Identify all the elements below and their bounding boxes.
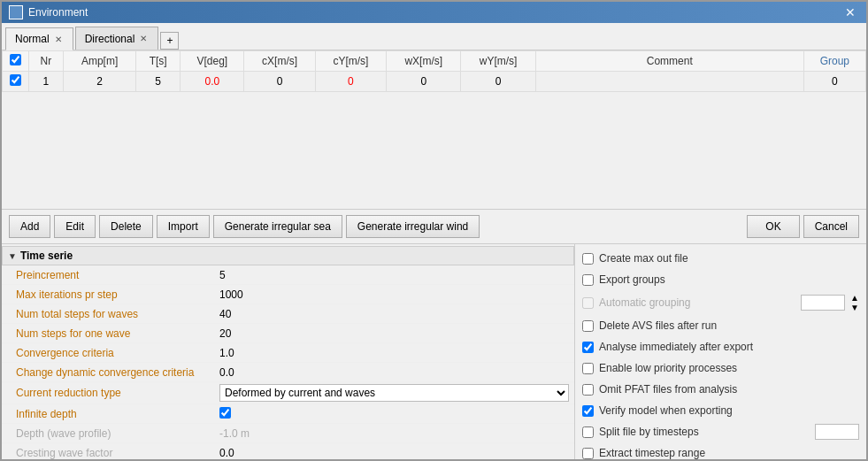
window-title: Environment [28,6,88,19]
export-groups-checkbox[interactable] [582,274,594,286]
tab-normal[interactable]: Normal ✕ [5,27,73,50]
grouping-spinner-up[interactable]: ▲▼ [850,293,859,312]
automatic-grouping-input[interactable]: 6 [801,295,845,311]
delete-button[interactable]: Delete [99,215,153,238]
collapse-icon: ▼ [8,251,17,261]
delete-avs-label: Delete AVS files after run [599,319,859,332]
enable-low-row: Enable low priority processes [579,357,863,379]
edit-button[interactable]: Edit [54,215,96,238]
export-groups-row: Export groups [579,269,863,290]
import-button[interactable]: Import [157,215,210,238]
tab-add-button[interactable]: + [160,32,179,50]
current-reduction-value: Deformed by current and waves [214,382,574,403]
col-v: V[deg] [181,51,244,72]
header-checkbox[interactable] [10,54,21,65]
main-content: Nr Amp[m] T[s] V[deg] cX[m/s] cY[m/s] wX… [2,50,866,459]
delete-avs-checkbox[interactable] [582,320,594,332]
max-iter-value: 1000 [214,287,574,303]
max-iter-label: Max iterations pr step [2,287,214,303]
num-steps-row: Num steps for one wave 20 [2,324,574,343]
verify-checkbox[interactable] [582,405,594,417]
extract-checkbox[interactable] [582,448,594,459]
preincrement-label: Preincrement [2,267,214,283]
split-input[interactable]: 100 [815,424,859,440]
add-button[interactable]: Add [9,215,50,238]
generate-sea-button[interactable]: Generate irregular sea [213,215,342,238]
col-cx: cX[m/s] [244,51,315,72]
preincrement-value: 5 [214,267,574,283]
automatic-grouping-checkbox[interactable] [582,297,594,309]
tab-directional-close[interactable]: ✕ [138,34,149,43]
automatic-grouping-row: Automatic grouping 6 ▲▼ [579,290,863,315]
preincrement-row: Preincrement 5 [2,265,574,285]
infinite-depth-checkbox[interactable] [219,407,231,419]
cancel-button[interactable]: Cancel [803,215,859,238]
convergence-row: Convergence criteria 1.0 [2,343,574,363]
infinite-depth-label: Infinite depth [2,406,214,422]
num-total-label: Num total steps for waves [2,306,214,322]
window-close-button[interactable]: ✕ [841,5,859,19]
extract-row: Extract timestep range [579,442,863,459]
omit-pfat-label: Omit PFAT files from analysis [599,383,859,396]
table-row: 1 2 5 0.0 0 0 0 0 0 [3,72,866,92]
analyse-row: Analyse immediately after export [579,336,863,357]
row-cy: 0 [315,72,386,92]
change-dynamic-row: Change dynamic convergence criteria 0.0 [2,363,574,382]
tab-normal-close[interactable]: ✕ [53,35,64,44]
convergence-label: Convergence criteria [2,345,214,361]
row-nr: 1 [29,72,64,92]
row-t: 5 [136,72,181,92]
split-row: Split file by timesteps 100 [579,421,863,442]
current-reduction-label: Current reduction type [2,385,214,401]
analyse-label: Analyse immediately after export [599,341,859,353]
num-steps-label: Num steps for one wave [2,326,214,342]
export-groups-label: Export groups [599,273,859,286]
verify-row: Verify model when exporting [579,400,863,421]
col-t: T[s] [136,51,181,72]
tab-directional-label: Directional [85,33,135,45]
row-checkbox[interactable] [10,74,21,86]
tabs-bar: Normal ✕ Directional ✕ + [2,23,866,50]
row-comment [535,72,803,92]
omit-pfat-row: Omit PFAT files from analysis [579,379,863,400]
current-reduction-select[interactable]: Deformed by current and waves [219,384,569,402]
cresting-label: Cresting wave factor [2,445,214,460]
app-icon [9,5,23,19]
buttons-bar: Add Edit Delete Import Generate irregula… [2,210,866,244]
convergence-value: 1.0 [214,345,574,361]
col-group: Group [803,51,865,72]
row-checkbox-cell [3,72,29,92]
data-table: Nr Amp[m] T[s] V[deg] cX[m/s] cY[m/s] wX… [2,50,866,92]
split-checkbox[interactable] [582,426,594,438]
omit-pfat-checkbox[interactable] [582,384,594,396]
depth-value: -1.0 m [214,426,574,442]
row-wy: 0 [461,72,535,92]
col-nr: Nr [29,51,64,72]
row-v: 0.0 [181,72,244,92]
create-max-checkbox[interactable] [582,253,594,265]
left-panel: ▼ Time serie Preincrement 5 Max iteratio… [2,244,575,459]
enable-low-checkbox[interactable] [582,363,594,374]
generate-wind-button[interactable]: Generate irregular wind [346,215,480,238]
depth-row: Depth (wave profile) -1.0 m [2,424,574,443]
analyse-checkbox[interactable] [582,342,594,353]
change-dynamic-label: Change dynamic convergence criteria [2,365,214,380]
current-reduction-row: Current reduction type Deformed by curre… [2,382,574,404]
col-wx: wX[m/s] [387,51,461,72]
num-total-row: Num total steps for waves 40 [2,304,574,324]
tab-normal-label: Normal [15,33,50,45]
title-bar-left: Environment [9,5,88,19]
change-dynamic-value: 0.0 [214,365,574,380]
create-max-label: Create max out file [599,252,859,265]
enable-low-label: Enable low priority processes [599,362,859,374]
col-amp: Amp[m] [63,51,135,72]
delete-avs-row: Delete AVS files after run [579,315,863,336]
split-label: Split file by timesteps [599,426,810,438]
time-serie-label: Time serie [20,250,73,262]
extract-label: Extract timestep range [599,447,859,459]
ok-button[interactable]: OK [747,215,799,238]
col-checkbox [3,51,29,72]
infinite-depth-value [214,405,574,423]
time-serie-section-header[interactable]: ▼ Time serie [2,246,574,265]
tab-directional[interactable]: Directional ✕ [75,27,159,50]
